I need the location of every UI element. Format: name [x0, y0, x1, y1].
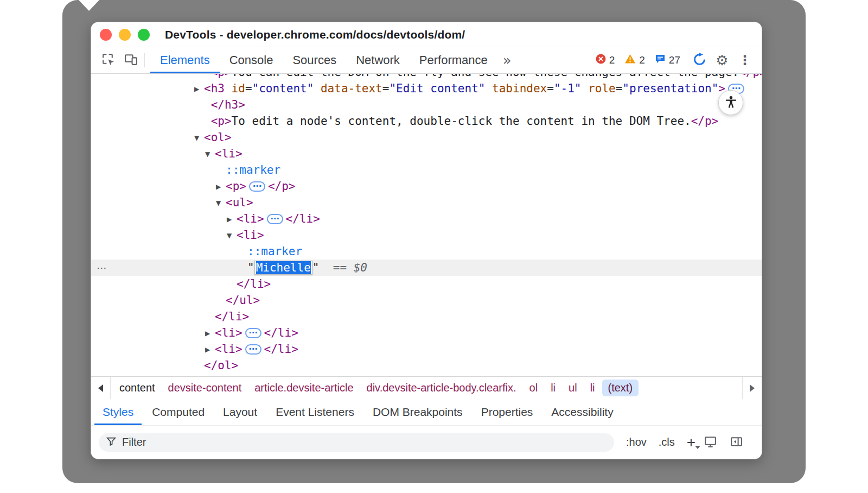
- dom-token-tag: <li>: [237, 229, 264, 242]
- expand-children-icon[interactable]: ⋯: [249, 181, 265, 192]
- new-style-rule-button[interactable]: +: [687, 435, 695, 450]
- dom-tree-row[interactable]: ▼<ol>: [91, 129, 762, 146]
- dom-tree-row[interactable]: </li>: [91, 276, 762, 292]
- expand-children-icon[interactable]: ⋯: [245, 344, 261, 355]
- dom-token-tag: </p>: [691, 115, 719, 128]
- expand-arrow-icon[interactable]: ▶: [205, 325, 215, 342]
- dom-token-tag: </ol>: [204, 359, 238, 372]
- devtools-toolbar: ElementsConsoleSourcesNetworkPerformance…: [91, 47, 762, 74]
- zoom-button[interactable]: [138, 29, 150, 41]
- breadcrumb-scroll-right-button[interactable]: [742, 377, 762, 399]
- dom-token-text: [204, 98, 211, 111]
- filter-field[interactable]: [99, 433, 614, 452]
- gear-icon: ⚙: [716, 53, 728, 67]
- collapse-arrow-icon[interactable]: ▼: [216, 195, 226, 211]
- dom-token-tag: </li>: [215, 310, 249, 323]
- accessibility-button[interactable]: [718, 90, 743, 115]
- dom-tree-row[interactable]: ▼<ul>: [91, 194, 762, 211]
- dom-tree-row[interactable]: </ol>: [91, 357, 762, 374]
- device-toolbar-button[interactable]: [119, 47, 142, 73]
- breadcrumb-item[interactable]: ol: [524, 380, 544, 396]
- dom-tree-row[interactable]: ▶<h3 id="content" data-text="Edit conten…: [91, 80, 762, 97]
- issues-count: 27: [669, 54, 680, 66]
- breadcrumb-item[interactable]: devsite-content: [162, 380, 248, 396]
- breadcrumb-item[interactable]: div.devsite-article-body.clearfix.: [361, 380, 522, 396]
- issues-badge[interactable]: 27: [655, 54, 680, 67]
- device-toolbar-icon: [124, 53, 138, 68]
- more-tabs-button[interactable]: »: [497, 47, 517, 73]
- warnings-badge[interactable]: 2: [624, 54, 645, 67]
- collapse-arrow-icon[interactable]: ▼: [227, 227, 237, 244]
- expand-arrow-icon[interactable]: ▶: [205, 342, 215, 358]
- breadcrumb-bar: contentdevsite-contentarticle.devsite-ar…: [91, 376, 762, 399]
- tab-elements[interactable]: Elements: [150, 47, 220, 73]
- error-icon: [596, 54, 606, 67]
- breadcrumb-item[interactable]: (text): [602, 380, 639, 396]
- sidebar-toggle-button[interactable]: [725, 429, 748, 456]
- dom-tree-row[interactable]: ▶<p>⋯</p>: [91, 178, 762, 194]
- sync-circle-icon: [692, 52, 707, 68]
- close-button[interactable]: [100, 29, 112, 41]
- breadcrumb-scroll-left-button[interactable]: [91, 377, 111, 399]
- chevron-right-icon: [750, 384, 755, 392]
- row-actions-icon[interactable]: ⋯: [97, 260, 107, 276]
- inspect-element-button[interactable]: [97, 47, 119, 73]
- dom-tree-row[interactable]: <p>You can edit the DOM on the fly and s…: [91, 74, 762, 80]
- dom-token-pun: =: [616, 82, 623, 95]
- expand-arrow-icon[interactable]: ▶: [194, 81, 204, 97]
- sidebar-tab-layout[interactable]: Layout: [215, 399, 265, 425]
- dom-token-val: "presentation": [663, 375, 760, 376]
- dom-tree-row[interactable]: ▶<h3 id="attributes" data-text="Edit att…: [91, 374, 762, 376]
- dom-tree-row[interactable]: ▶<li>⋯</li>: [91, 325, 762, 341]
- sidebar-tab-accessibility[interactable]: Accessibility: [543, 399, 621, 425]
- dom-tree-row[interactable]: ::marker: [91, 162, 762, 178]
- expand-children-icon[interactable]: ⋯: [267, 214, 283, 224]
- tab-console[interactable]: Console: [220, 47, 283, 73]
- dom-tree-row[interactable]: ::marker: [91, 243, 762, 260]
- dom-token-val: "-1": [554, 82, 582, 95]
- errors-badge[interactable]: 2: [596, 54, 615, 67]
- dom-token-pun: =: [657, 375, 664, 376]
- settings-button[interactable]: ⚙: [711, 47, 733, 73]
- sync-button[interactable]: [688, 47, 711, 73]
- dom-tree-row[interactable]: </h3>: [91, 97, 762, 113]
- toggle-element-state-button[interactable]: :hov: [626, 436, 647, 448]
- breadcrumb-item[interactable]: li: [545, 380, 561, 396]
- collapse-arrow-icon[interactable]: ▼: [205, 146, 215, 162]
- minimize-button[interactable]: [119, 29, 131, 41]
- tab-network[interactable]: Network: [346, 47, 410, 73]
- tab-performance[interactable]: Performance: [410, 47, 497, 73]
- dom-tree-row[interactable]: <p>To edit a node's content, double-clic…: [91, 113, 762, 129]
- sidebar-tab-styles[interactable]: Styles: [94, 399, 142, 425]
- sidebar-tab-properties[interactable]: Properties: [473, 399, 541, 425]
- expand-arrow-icon[interactable]: ▶: [216, 179, 226, 195]
- dom-tree-row[interactable]: ▼<li>: [91, 146, 762, 162]
- element-classes-button[interactable]: .cls: [659, 436, 675, 448]
- rendering-button[interactable]: [699, 429, 722, 456]
- main-menu-button[interactable]: ⋮: [733, 47, 756, 73]
- dom-tree-row[interactable]: </ul>: [91, 292, 762, 308]
- dom-tree-row[interactable]: ▼<li>: [91, 227, 762, 243]
- tab-sources[interactable]: Sources: [283, 47, 346, 73]
- sidebar-tab-event-listeners[interactable]: Event Listeners: [267, 399, 362, 425]
- breadcrumb-item[interactable]: ul: [563, 380, 583, 396]
- dom-tree-row[interactable]: ▶<li>⋯</li>: [91, 341, 762, 357]
- breadcrumb-item[interactable]: content: [113, 380, 161, 396]
- expand-arrow-icon[interactable]: ▶: [227, 211, 237, 227]
- sidebar-tab-computed[interactable]: Computed: [144, 399, 213, 425]
- expand-children-icon[interactable]: ⋯: [245, 328, 261, 338]
- dom-token-text: ": [247, 261, 254, 274]
- accessibility-person-icon: [724, 94, 738, 111]
- breadcrumb-item[interactable]: article.devsite-article: [248, 380, 359, 396]
- dom-tree-row[interactable]: </li>: [91, 308, 762, 325]
- inspect-cursor-icon: [101, 53, 115, 68]
- collapse-arrow-icon[interactable]: ▼: [194, 130, 204, 146]
- dom-tree-row[interactable]: ⋯"Michelle" == $0: [91, 260, 762, 276]
- expand-arrow-icon[interactable]: ▶: [194, 374, 204, 376]
- filter-input[interactable]: [122, 436, 608, 448]
- breadcrumb-item[interactable]: li: [584, 380, 601, 396]
- sidebar-tab-dom-breakpoints[interactable]: DOM Breakpoints: [365, 399, 471, 425]
- dom-tree-row[interactable]: ▶<li>⋯</li>: [91, 211, 762, 227]
- inline-text-editor[interactable]: Michelle: [254, 261, 312, 275]
- dom-token-attr: id: [225, 82, 245, 95]
